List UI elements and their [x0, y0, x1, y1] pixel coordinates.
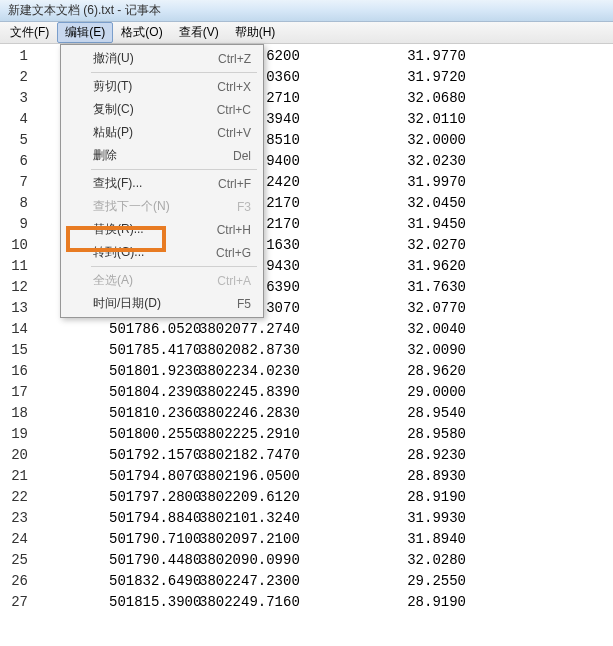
line-number: 21 [0, 466, 28, 487]
col2: 3802101.3240 [199, 508, 364, 529]
menu-find-label: 查找(F)... [93, 175, 142, 192]
menu-undo[interactable]: 撤消(U) Ctrl+Z [63, 47, 261, 70]
line-number: 25 [0, 550, 28, 571]
col2: 3802245.8390 [199, 382, 364, 403]
menu-format[interactable]: 格式(O) [113, 22, 170, 43]
col2: 3802225.2910 [199, 424, 364, 445]
line-numbers: 1234567891011121314151617181920212223242… [0, 44, 34, 613]
col3: 32.0770 [364, 298, 474, 319]
menu-replace-shortcut: Ctrl+H [217, 223, 251, 237]
text-row: 501810.23603802246.283028.9540 [34, 403, 613, 424]
col3: 28.9190 [364, 487, 474, 508]
menu-datetime-label: 时间/日期(D) [93, 295, 161, 312]
text-row: 501794.88403802101.324031.9930 [34, 508, 613, 529]
menu-goto[interactable]: 转到(G)... Ctrl+G [63, 241, 261, 264]
line-number: 9 [0, 214, 28, 235]
line-number: 16 [0, 361, 28, 382]
col3: 28.9620 [364, 361, 474, 382]
col1: 501815.3900 [34, 592, 199, 613]
col3: 32.0680 [364, 88, 474, 109]
col3: 31.9720 [364, 67, 474, 88]
col3: 31.8940 [364, 529, 474, 550]
edit-dropdown: 撤消(U) Ctrl+Z 剪切(T) Ctrl+X 复制(C) Ctrl+C 粘… [60, 44, 264, 318]
text-row: 501790.71003802097.210031.8940 [34, 529, 613, 550]
window-title: 新建文本文档 (6).txt - 记事本 [8, 3, 161, 17]
menu-paste[interactable]: 粘贴(P) Ctrl+V [63, 121, 261, 144]
line-number: 13 [0, 298, 28, 319]
text-row: 501801.92303802234.023028.9620 [34, 361, 613, 382]
text-row: 501785.41703802082.873032.0090 [34, 340, 613, 361]
menu-replace[interactable]: 替换(R)... Ctrl+H [63, 218, 261, 241]
menu-datetime[interactable]: 时间/日期(D) F5 [63, 292, 261, 315]
menu-undo-shortcut: Ctrl+Z [218, 52, 251, 66]
line-number: 12 [0, 277, 28, 298]
col3: 28.9580 [364, 424, 474, 445]
col3: 29.2550 [364, 571, 474, 592]
col3: 32.0450 [364, 193, 474, 214]
menu-find-shortcut: Ctrl+F [218, 177, 251, 191]
col3: 32.0110 [364, 109, 474, 130]
menu-datetime-shortcut: F5 [237, 297, 251, 311]
menu-undo-label: 撤消(U) [93, 50, 134, 67]
menu-findnext-label: 查找下一个(N) [93, 198, 170, 215]
col3: 28.9230 [364, 445, 474, 466]
menu-delete[interactable]: 删除 Del [63, 144, 261, 167]
col3: 32.0280 [364, 550, 474, 571]
menu-cut-label: 剪切(T) [93, 78, 132, 95]
line-number: 6 [0, 151, 28, 172]
window-titlebar: 新建文本文档 (6).txt - 记事本 [0, 0, 613, 22]
menu-selectall[interactable]: 全选(A) Ctrl+A [63, 269, 261, 292]
col2: 3802196.0500 [199, 466, 364, 487]
menu-paste-shortcut: Ctrl+V [217, 126, 251, 140]
separator [91, 169, 257, 170]
col1: 501794.8070 [34, 466, 199, 487]
col3: 32.0270 [364, 235, 474, 256]
col3: 28.9540 [364, 403, 474, 424]
line-number: 22 [0, 487, 28, 508]
menu-file[interactable]: 文件(F) [2, 22, 57, 43]
col1: 501832.6490 [34, 571, 199, 592]
line-number: 2 [0, 67, 28, 88]
text-row: 501797.28003802209.612028.9190 [34, 487, 613, 508]
col1: 501792.1570 [34, 445, 199, 466]
col3: 31.9450 [364, 214, 474, 235]
menu-delete-label: 删除 [93, 147, 117, 164]
separator [91, 266, 257, 267]
menu-cut[interactable]: 剪切(T) Ctrl+X [63, 75, 261, 98]
line-number: 24 [0, 529, 28, 550]
line-number: 5 [0, 130, 28, 151]
col2: 3802077.2740 [199, 319, 364, 340]
col2: 3802097.2100 [199, 529, 364, 550]
col2: 3802082.8730 [199, 340, 364, 361]
line-number: 3 [0, 88, 28, 109]
col3: 29.0000 [364, 382, 474, 403]
text-row: 501790.44803802090.099032.0280 [34, 550, 613, 571]
col3: 31.9620 [364, 256, 474, 277]
col2: 3802249.7160 [199, 592, 364, 613]
line-number: 8 [0, 193, 28, 214]
col1: 501801.9230 [34, 361, 199, 382]
menu-paste-label: 粘贴(P) [93, 124, 133, 141]
menu-goto-shortcut: Ctrl+G [216, 246, 251, 260]
text-row: 501786.05203802077.274032.0040 [34, 319, 613, 340]
line-number: 7 [0, 172, 28, 193]
menu-copy-label: 复制(C) [93, 101, 134, 118]
menu-copy[interactable]: 复制(C) Ctrl+C [63, 98, 261, 121]
line-number: 11 [0, 256, 28, 277]
col3: 28.9190 [364, 592, 474, 613]
menu-find[interactable]: 查找(F)... Ctrl+F [63, 172, 261, 195]
col3: 32.0040 [364, 319, 474, 340]
menu-edit[interactable]: 编辑(E) [57, 22, 113, 43]
text-row: 501815.39003802249.716028.9190 [34, 592, 613, 613]
line-number: 17 [0, 382, 28, 403]
menu-help[interactable]: 帮助(H) [227, 22, 284, 43]
menu-view[interactable]: 查看(V) [171, 22, 227, 43]
menubar: 文件(F) 编辑(E) 格式(O) 查看(V) 帮助(H) [0, 22, 613, 44]
col1: 501794.8840 [34, 508, 199, 529]
line-number: 18 [0, 403, 28, 424]
col2: 3802247.2300 [199, 571, 364, 592]
menu-findnext: 查找下一个(N) F3 [63, 195, 261, 218]
line-number: 14 [0, 319, 28, 340]
line-number: 23 [0, 508, 28, 529]
menu-findnext-shortcut: F3 [237, 200, 251, 214]
